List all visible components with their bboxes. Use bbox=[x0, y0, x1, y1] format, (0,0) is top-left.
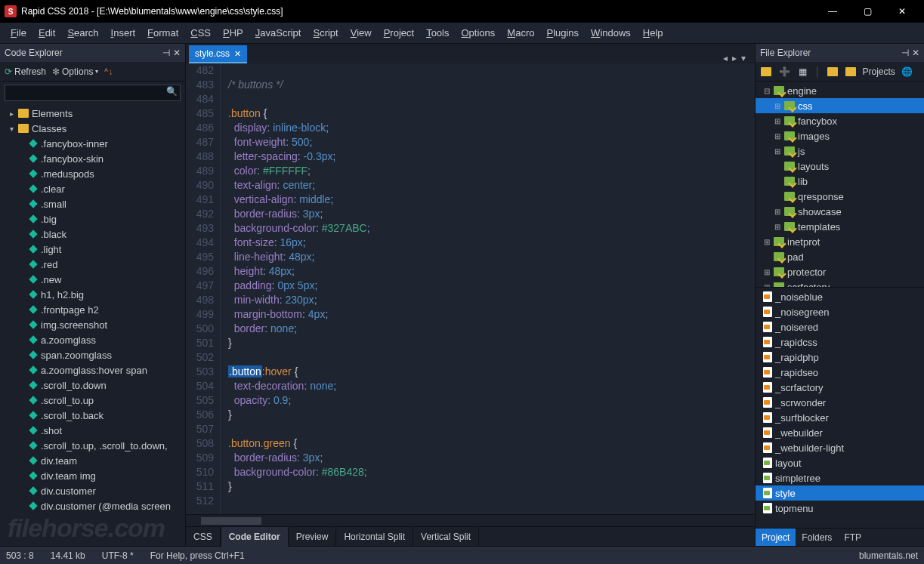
tree-row[interactable]: .small bbox=[0, 196, 185, 211]
menu-macro[interactable]: Macro bbox=[502, 26, 539, 40]
folder-tree-icon[interactable] bbox=[845, 66, 857, 78]
options-dropdown[interactable]: ✻ Options ▾ bbox=[52, 66, 98, 77]
tree-row[interactable]: _rapidcss bbox=[756, 334, 924, 350]
menu-tools[interactable]: Tools bbox=[422, 26, 453, 40]
menu-project[interactable]: Project bbox=[379, 26, 419, 40]
file-tab[interactable]: style.css ✕ bbox=[189, 45, 247, 63]
tree-row[interactable]: ⊞ protector bbox=[756, 264, 924, 279]
tree-row[interactable]: layouts bbox=[756, 159, 924, 174]
horizontal-scrollbar[interactable] bbox=[186, 514, 755, 526]
tree-row[interactable]: qresponse bbox=[756, 189, 924, 204]
fe-tab-project[interactable]: Project bbox=[756, 529, 796, 546]
tree-row[interactable]: ⊞ fancybox bbox=[756, 113, 924, 128]
tree-row[interactable]: _scrwonder bbox=[756, 395, 924, 410]
tree-row[interactable]: _rapidphp bbox=[756, 350, 924, 365]
menu-javascript[interactable]: JavaScript bbox=[251, 26, 306, 40]
tree-row[interactable]: _noiseblue bbox=[756, 289, 924, 304]
tree-row[interactable]: _webuilder-light bbox=[756, 440, 924, 455]
tab-prev-icon[interactable]: ◂ bbox=[723, 53, 728, 63]
tree-row[interactable]: lib bbox=[756, 174, 924, 189]
tree-row[interactable]: topmenu bbox=[756, 501, 924, 516]
refresh-button[interactable]: ⟳ Refresh bbox=[5, 66, 46, 77]
menu-css[interactable]: CSS bbox=[186, 26, 215, 40]
tab-menu-icon[interactable]: ▾ bbox=[741, 53, 746, 63]
fe-tab-folders[interactable]: Folders bbox=[796, 529, 838, 546]
tree-row[interactable]: a.zoomglass bbox=[0, 332, 185, 347]
menu-file[interactable]: File bbox=[6, 26, 31, 40]
tree-row[interactable]: .fancybox-skin bbox=[0, 151, 185, 166]
view-tab-preview[interactable]: Preview bbox=[289, 527, 337, 547]
projects-link[interactable]: Projects bbox=[863, 66, 895, 77]
add-icon[interactable]: ➕ bbox=[778, 66, 790, 78]
tree-row[interactable]: .clear bbox=[0, 181, 185, 196]
close-button[interactable]: ✕ bbox=[885, 0, 919, 23]
file-list[interactable]: _noiseblue _noisegreen _noisered _rapidc… bbox=[756, 287, 924, 528]
code-explorer-tree[interactable]: ▸ Elements▾ Classes .fancybox-inner .fan… bbox=[0, 104, 185, 546]
doc-icon[interactable]: ▦ bbox=[796, 66, 808, 78]
pin-icon[interactable]: ⊣ bbox=[901, 48, 909, 58]
tree-row[interactable]: simpletree bbox=[756, 470, 924, 485]
tree-row[interactable]: _surfblocker bbox=[756, 410, 924, 425]
lang-tab[interactable]: CSS bbox=[186, 527, 221, 547]
tree-row[interactable]: a.zoomglass:hover span bbox=[0, 362, 185, 378]
tree-row[interactable]: img.screenshot bbox=[0, 317, 185, 332]
code-content[interactable]: /* buttons */ .button { display: inline-… bbox=[221, 63, 755, 514]
view-tab-code-editor[interactable]: Code Editor bbox=[221, 527, 289, 547]
tree-row[interactable]: ⊟ engine bbox=[756, 83, 924, 98]
tree-row[interactable]: div.team bbox=[0, 453, 185, 468]
tree-row[interactable]: ⊞ showcase bbox=[756, 204, 924, 219]
tree-row[interactable]: _scrfactory bbox=[756, 380, 924, 395]
menu-options[interactable]: Options bbox=[456, 26, 499, 40]
tree-row[interactable]: .fancybox-inner bbox=[0, 136, 185, 151]
view-tab-horizontal-split[interactable]: Horizontal Split bbox=[336, 527, 413, 547]
menu-plugins[interactable]: Plugins bbox=[542, 26, 583, 40]
tree-row[interactable]: h1, h2.big bbox=[0, 287, 185, 302]
menu-help[interactable]: Help bbox=[638, 26, 668, 40]
maximize-button[interactable]: ▢ bbox=[850, 0, 885, 23]
tree-row[interactable]: ▾ Classes bbox=[0, 121, 185, 136]
tab-next-icon[interactable]: ▸ bbox=[732, 53, 737, 63]
tree-row[interactable]: style bbox=[756, 485, 924, 501]
sort-button[interactable]: ᴬ↓ bbox=[104, 66, 113, 77]
code-editor[interactable]: 482 483 484 485 486 487 488 489 490 491 … bbox=[186, 63, 755, 514]
tree-row[interactable]: div.customer (@media screen bbox=[0, 498, 185, 513]
menu-php[interactable]: PHP bbox=[218, 26, 248, 40]
tree-row[interactable]: ⊞ css bbox=[756, 98, 924, 113]
menu-search[interactable]: Search bbox=[63, 26, 103, 40]
tree-row[interactable]: .red bbox=[0, 257, 185, 272]
menu-insert[interactable]: Insert bbox=[107, 26, 141, 40]
tree-row[interactable]: _noisegreen bbox=[756, 304, 924, 319]
open-folder-icon[interactable] bbox=[827, 66, 839, 78]
tree-row[interactable]: .frontpage h2 bbox=[0, 302, 185, 317]
tree-row[interactable]: ⊞ scrfactory bbox=[756, 279, 924, 287]
search-input[interactable] bbox=[5, 85, 181, 101]
tree-row[interactable]: div.customer bbox=[0, 483, 185, 498]
tree-row[interactable]: ⊞ templates bbox=[756, 219, 924, 234]
pin-icon[interactable]: ⊣ bbox=[162, 48, 170, 58]
tree-row[interactable]: .scroll_to.back bbox=[0, 408, 185, 423]
fe-tab-ftp[interactable]: FTP bbox=[838, 529, 867, 546]
tree-row[interactable]: .big bbox=[0, 211, 185, 227]
tree-row[interactable]: ⊞ images bbox=[756, 128, 924, 143]
menu-edit[interactable]: Edit bbox=[34, 26, 60, 40]
tree-row[interactable]: .meduspods bbox=[0, 166, 185, 181]
search-icon[interactable]: 🔍 bbox=[166, 86, 178, 97]
menu-script[interactable]: Script bbox=[308, 26, 342, 40]
tree-row[interactable]: ⊞ js bbox=[756, 143, 924, 159]
tree-row[interactable]: .black bbox=[0, 227, 185, 242]
view-tab-vertical-split[interactable]: Vertical Split bbox=[413, 527, 479, 547]
tree-row[interactable]: .shot bbox=[0, 423, 185, 438]
menu-view[interactable]: View bbox=[346, 26, 376, 40]
tab-close-icon[interactable]: ✕ bbox=[234, 49, 241, 59]
panel-close-icon[interactable]: ✕ bbox=[912, 48, 919, 58]
globe-icon[interactable]: 🌐 bbox=[901, 66, 913, 78]
tree-row[interactable]: _rapidseo bbox=[756, 365, 924, 380]
folder-tree[interactable]: ⊟ engine⊞ css⊞ fancybox⊞ images⊞ js layo… bbox=[756, 82, 924, 287]
tree-row[interactable]: ▸ Elements bbox=[0, 106, 185, 121]
tree-row[interactable]: .new bbox=[0, 272, 185, 287]
tree-row[interactable]: .scroll_to.down bbox=[0, 378, 185, 393]
tree-row[interactable]: .scroll_to.up, .scroll_to.down, bbox=[0, 438, 185, 453]
tree-row[interactable]: _noisered bbox=[756, 319, 924, 334]
menu-format[interactable]: Format bbox=[143, 26, 183, 40]
new-folder-icon[interactable] bbox=[760, 66, 772, 78]
